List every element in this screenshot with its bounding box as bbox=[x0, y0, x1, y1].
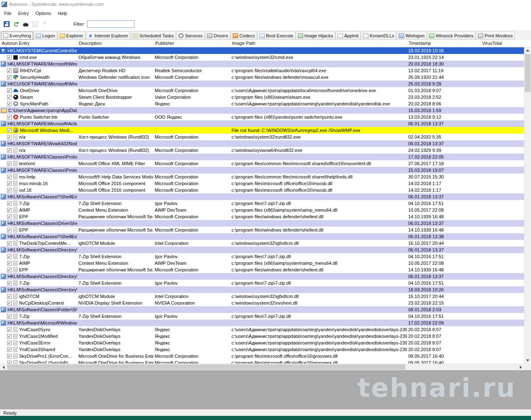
table-row[interactable]: ✓AIMPContext Menu ExtensionAIMP DevTeamc… bbox=[0, 207, 524, 213]
table-row[interactable]: ✓EPPРасширение оболочки Microsoft Se...M… bbox=[0, 266, 524, 273]
refresh-button[interactable] bbox=[12, 20, 20, 28]
entry-checkbox[interactable]: ✓ bbox=[7, 334, 12, 339]
table-row[interactable]: ✓YndCase2ErrorYandexDiskOverlaysЯндексc:… bbox=[0, 339, 524, 346]
entry-checkbox[interactable]: ✓ bbox=[7, 148, 12, 153]
column-header-publisher[interactable]: Publisher bbox=[153, 40, 230, 47]
table-row[interactable]: ✓EPPРасширение оболочки Microsoft Se...M… bbox=[0, 213, 524, 220]
entry-checkbox[interactable]: ✓ bbox=[7, 115, 12, 120]
tab-knowndlls[interactable]: KnownDLLs bbox=[361, 32, 396, 40]
entry-checkbox[interactable]: ✓ bbox=[7, 161, 12, 166]
column-header-description[interactable]: Description bbox=[77, 40, 153, 47]
table-row[interactable]: ✓Microsoft Windows Medi...File not found… bbox=[0, 127, 524, 134]
entry-checkbox[interactable]: ✓ bbox=[7, 261, 12, 266]
table-row[interactable]: ✓YndCase0SyncYandexDiskOverlaysЯндексc:\… bbox=[0, 326, 524, 333]
table-row[interactable]: ✓NvCplDesktopContextNVIDIA Display Shell… bbox=[0, 300, 524, 306]
entry-checkbox[interactable]: ✓ bbox=[7, 327, 12, 332]
entry-checkbox[interactable]: ✓ bbox=[7, 268, 12, 272]
scroll-left-arrow[interactable] bbox=[0, 364, 7, 370]
table-row[interactable]: ✓RtHDVCplДиспетчер Realtek HDRealtek Sem… bbox=[0, 67, 524, 74]
tab-appinit[interactable]: AppInit bbox=[336, 32, 360, 40]
column-header-timestamp[interactable]: Timestamp bbox=[407, 40, 480, 47]
table-row[interactable]: ✓cmd.exeОбработчик команд WindowsMicroso… bbox=[0, 54, 524, 61]
table-row[interactable]: ✓AIMPContext Menu ExtensionAIMP DevTeamc… bbox=[0, 260, 524, 266]
entry-checkbox[interactable]: ✓ bbox=[7, 215, 12, 219]
entry-checkbox[interactable]: ✓ bbox=[7, 188, 12, 193]
table-row[interactable]: ✓YndCase3SharedYandexDiskOverlaysЯндексc… bbox=[0, 346, 524, 353]
table-row[interactable]: ✓n/aХост-процесс Windows (Rundll32)Micro… bbox=[0, 134, 524, 140]
filter-input[interactable] bbox=[87, 20, 134, 28]
entry-checkbox[interactable]: ✓ bbox=[7, 68, 12, 73]
entry-checkbox[interactable]: ✓ bbox=[7, 361, 12, 364]
section-row[interactable]: HKLM\Software\Classes\*\ShellEx\ContextM… bbox=[0, 193, 524, 200]
section-row[interactable]: HKLM\Software\Microsoft\Windows\CurrentV… bbox=[0, 320, 524, 326]
table-row[interactable]: ✓SkyDrivePro2 (SyncInPr...Microsoft OneD… bbox=[0, 359, 524, 364]
table-row[interactable]: ✓YndCase1ModifiedYandexDiskOverlaysЯндек… bbox=[0, 333, 524, 339]
entry-checkbox[interactable]: ✓ bbox=[7, 241, 12, 246]
table-row[interactable]: ✓mso-minsb.16Microsoft Office 2016 compo… bbox=[0, 180, 524, 187]
tab-logon[interactable]: Logon bbox=[34, 32, 57, 40]
scroll-up-arrow[interactable] bbox=[524, 47, 531, 54]
column-header-image-path[interactable]: Image Path bbox=[230, 40, 407, 47]
tab-winlogon[interactable]: Winlogon bbox=[397, 32, 426, 40]
table-row[interactable]: ✓OneDriveMicrosoft OneDriveMicrosoft Cor… bbox=[0, 87, 524, 94]
table-row[interactable]: ✓Punto Switcher.lnkPunto SwitcherООО Янд… bbox=[0, 114, 524, 120]
scroll-right-arrow[interactable] bbox=[517, 364, 524, 370]
tab-winsock-providers[interactable]: Winsock Providers bbox=[427, 32, 475, 40]
entry-checkbox[interactable]: ✓ bbox=[7, 88, 12, 93]
tab-internet-explorer[interactable]: Internet Explorer bbox=[86, 32, 130, 40]
section-row[interactable]: HKLM\Software\Classes\Directory\ShellEx\… bbox=[0, 247, 524, 253]
scroll-down-arrow[interactable] bbox=[524, 357, 531, 364]
tab-print-monitors[interactable]: Print Monitors bbox=[476, 32, 515, 40]
entry-checkbox[interactable]: ✓ bbox=[7, 55, 12, 60]
section-row[interactable]: HKLM\SOFTWARE\Classes\Protocols\Filter17… bbox=[0, 154, 524, 160]
tab-scheduled-tasks[interactable]: Scheduled Tasks bbox=[131, 32, 176, 40]
vertical-scrollbar-thumb[interactable] bbox=[525, 54, 531, 92]
entry-checkbox[interactable]: ✓ bbox=[7, 95, 12, 100]
section-row[interactable]: HKLM\SOFTWARE\Wow6432Node\Microsoft\Acti… bbox=[0, 140, 524, 147]
section-row[interactable]: HKLM\Software\Classes\Directory\Shellex\… bbox=[0, 273, 524, 280]
table-row[interactable]: ✓7-Zip7-Zip Shell ExtensionIgor Pavlovc:… bbox=[0, 280, 524, 286]
table-row[interactable]: ✓osf.16Microsoft Office 2016 componentMi… bbox=[0, 187, 524, 193]
entry-checkbox[interactable]: ✓ bbox=[7, 341, 12, 345]
table-row[interactable]: ✓7-Zip7-Zip Shell ExtensionIgor Pavlovc:… bbox=[0, 253, 524, 260]
section-row[interactable]: HKLM\SOFTWARE\Microsoft\Windows\CurrentV… bbox=[0, 61, 524, 67]
table-row[interactable]: ✓TheDeskTopContextMe...igfxDTCM ModuleIn… bbox=[0, 240, 524, 247]
section-row[interactable]: C:\Users\Администратор\AppData\Roaming\M… bbox=[0, 107, 524, 114]
section-row[interactable]: HKCU\SOFTWARE\Microsoft\Windows\CurrentV… bbox=[0, 81, 524, 87]
entry-checkbox[interactable]: ✓ bbox=[7, 301, 12, 305]
find-button[interactable] bbox=[22, 20, 30, 28]
section-row[interactable]: HKLM\Software\Classes\Drive\ShellEx\Cont… bbox=[0, 220, 524, 227]
table-row[interactable]: ✓7-Zip7-Zip Shell ExtensionIgor Pavlovc:… bbox=[0, 200, 524, 207]
tab-image-hijacks[interactable]: Image Hijacks bbox=[296, 32, 335, 40]
entry-checkbox[interactable]: ✓ bbox=[7, 135, 12, 139]
entry-checkbox[interactable]: ✓ bbox=[7, 228, 12, 232]
section-row[interactable]: HKLM\SOFTWARE\Classes\Protocols\Handler1… bbox=[0, 167, 524, 173]
section-row[interactable]: HKLM\Software\Classes\Directory\Backgrou… bbox=[0, 286, 524, 293]
entry-checkbox[interactable]: ✓ bbox=[7, 281, 12, 286]
entry-checkbox[interactable]: ✓ bbox=[7, 294, 12, 299]
menu-help[interactable]: Help bbox=[54, 10, 71, 17]
menu-entry[interactable]: Entry bbox=[15, 10, 32, 17]
entry-checkbox[interactable]: ✓ bbox=[7, 314, 12, 319]
table-row[interactable]: ✓SkyDrivePro1 (ErrorCon...Microsoft OneD… bbox=[0, 353, 524, 359]
table-row[interactable]: ✓n/aХост-процесс Windows (Rundll32)Micro… bbox=[0, 147, 524, 154]
table-row[interactable]: ✓SyncManPathЯндекс.ДискЯндексc:\users\Ад… bbox=[0, 100, 524, 107]
column-header-virustotal[interactable]: VirusTotal bbox=[480, 40, 531, 47]
section-row[interactable]: HKLM\SOFTWARE\Microsoft\Active Setup\Ins… bbox=[0, 120, 524, 127]
section-row[interactable]: HKLM\SYSTEM\CurrentControlSet\Control\Sa… bbox=[0, 47, 524, 54]
table-row[interactable]: ✓EPPРасширение оболочки Microsoft Se...M… bbox=[0, 227, 524, 233]
entry-checkbox[interactable]: ✓ bbox=[7, 128, 12, 133]
entry-checkbox[interactable]: ✓ bbox=[7, 201, 12, 206]
horizontal-scrollbar[interactable] bbox=[0, 364, 524, 370]
menu-options[interactable]: Options bbox=[32, 10, 54, 17]
table-row[interactable]: ✓SteamSteam Client BootstrapperValve Cor… bbox=[0, 94, 524, 100]
table-row[interactable]: ✓SecurityHealthWindows Defender notifica… bbox=[0, 74, 524, 81]
section-row[interactable]: HKLM\Software\Classes\*\ShellEx\Property… bbox=[0, 233, 524, 240]
horizontal-scrollbar-thumb[interactable] bbox=[7, 364, 405, 370]
vertical-scrollbar[interactable] bbox=[524, 47, 531, 364]
tab-codecs[interactable]: Codecs bbox=[231, 32, 257, 40]
tab-boot-execute[interactable]: Boot Execute bbox=[257, 32, 295, 40]
entry-checkbox[interactable]: ✓ bbox=[7, 181, 12, 186]
entry-checkbox[interactable]: ✓ bbox=[7, 254, 12, 259]
column-header-autorun-entry[interactable]: Autorun Entry bbox=[0, 40, 77, 47]
